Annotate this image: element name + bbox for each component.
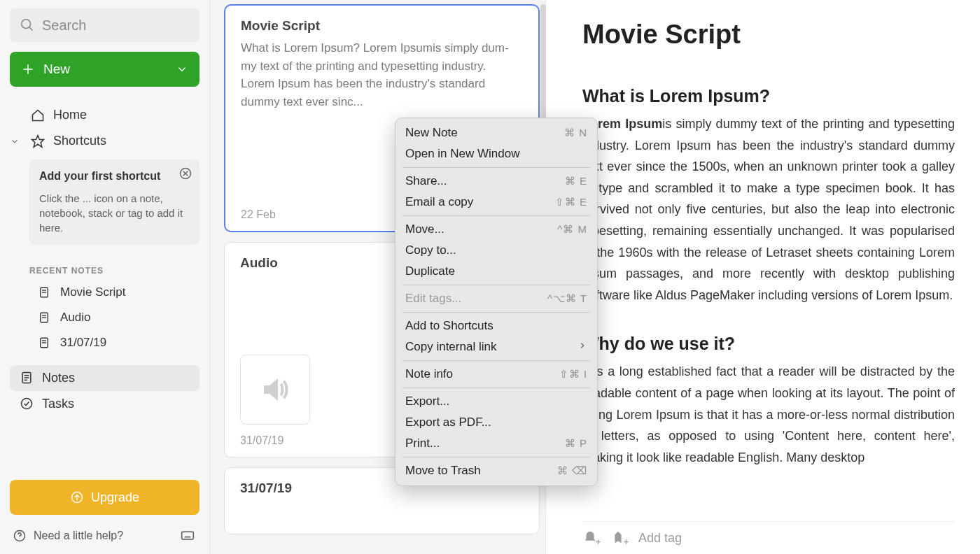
context-menu-item[interactable]: Add to Shortcuts: [396, 315, 597, 336]
context-menu-shortcut: ⌘ P: [565, 437, 587, 450]
recent-item[interactable]: Movie Script: [10, 280, 200, 305]
svg-line-1: [29, 27, 33, 31]
note-card-preview: What is Lorem Ipsum? Lorem Ipsumis simpl…: [241, 39, 523, 111]
note-title[interactable]: Movie Script: [582, 20, 955, 50]
keyboard-icon[interactable]: [178, 529, 197, 543]
note-icon: [38, 286, 50, 299]
star-icon: [31, 134, 45, 148]
context-menu-item[interactable]: Move...^⌘ M: [396, 219, 597, 240]
context-menu-item-label: Print...: [405, 436, 440, 450]
context-menu-item[interactable]: Export...: [396, 391, 597, 412]
upgrade-label: Upgrade: [91, 490, 139, 505]
context-menu-separator: [402, 285, 590, 285]
nav-home[interactable]: Home: [10, 102, 200, 128]
nav-shortcuts-label: Shortcuts: [53, 134, 106, 148]
context-menu-separator: [402, 360, 590, 361]
nav-shortcuts[interactable]: Shortcuts: [22, 128, 200, 154]
context-menu-item-label: Duplicate: [405, 264, 455, 278]
context-menu-item[interactable]: Copy to...: [396, 240, 597, 261]
context-menu-item[interactable]: Print...⌘ P: [396, 433, 597, 454]
context-menu-separator: [402, 215, 590, 216]
context-menu-shortcut: ^⌥⌘ T: [547, 292, 587, 305]
context-menu-item-label: Note info: [405, 367, 453, 381]
context-menu-item[interactable]: Open in New Window: [396, 143, 597, 164]
search-placeholder: Search: [42, 17, 86, 34]
search-input[interactable]: Search: [10, 8, 200, 42]
context-menu-item-label: Email a copy: [405, 195, 473, 209]
note-paragraph[interactable]: It is a long established fact that a rea…: [582, 361, 955, 468]
context-menu-separator: [402, 457, 590, 457]
context-menu-item-label: Copy internal link: [405, 340, 496, 354]
context-menu-item-label: Move...: [405, 222, 444, 236]
chevron-down-icon[interactable]: [176, 63, 188, 76]
context-menu-shortcut: ⌘ N: [564, 127, 587, 139]
new-button[interactable]: New: [10, 52, 200, 87]
note-heading[interactable]: What is Lorem Ipsum?: [582, 86, 955, 106]
editor: Movie Script What is Lorem Ipsum? Lorem …: [546, 0, 980, 554]
context-menu-item: Edit tags...^⌥⌘ T: [396, 288, 597, 309]
context-menu-item-label: Add to Shortcuts: [405, 319, 493, 333]
note-card-title: Movie Script: [241, 18, 523, 34]
note-icon: [38, 311, 50, 324]
add-tag-input[interactable]: Add tag: [638, 531, 682, 546]
help-icon: [13, 529, 27, 543]
upgrade-button[interactable]: Upgrade: [10, 480, 200, 515]
nav-tasks[interactable]: Tasks: [10, 391, 200, 417]
help-link[interactable]: Need a little help?: [13, 529, 123, 543]
context-menu-item[interactable]: New Note⌘ N: [396, 122, 597, 143]
recent-item-label: Audio: [60, 311, 90, 325]
recent-item-label: Movie Script: [60, 285, 126, 299]
svg-marker-4: [32, 135, 44, 147]
recent-item[interactable]: Audio: [10, 305, 200, 330]
plus-icon: [21, 62, 35, 76]
context-menu-shortcut: ⇧⌘ E: [555, 196, 587, 208]
nav-notes[interactable]: Notes: [10, 365, 200, 391]
context-menu-item-label: Move to Trash: [405, 464, 481, 478]
context-menu-item[interactable]: Export as PDF...: [396, 412, 597, 433]
context-menu-item[interactable]: Copy internal link: [396, 336, 597, 357]
svg-point-25: [20, 539, 20, 539]
help-label: Need a little help?: [34, 530, 123, 542]
note-paragraph[interactable]: Lorem Ipsumis simply dummy text of the p…: [582, 113, 955, 306]
context-menu-item-label: Export as PDF...: [405, 416, 491, 429]
upgrade-icon: [70, 490, 84, 504]
chevron-right-icon: [578, 340, 587, 354]
context-menu-shortcut: ^⌘ M: [557, 223, 587, 236]
shortcut-hint-body: Click the ... icon on a note, notebook, …: [39, 191, 190, 235]
context-menu: New Note⌘ NOpen in New WindowShare...⌘ E…: [395, 118, 598, 486]
context-menu-item[interactable]: Email a copy⇧⌘ E: [396, 192, 597, 213]
audio-thumbnail: [240, 355, 310, 425]
editor-footer: + + Add tag: [582, 521, 955, 554]
nav-notes-label: Notes: [42, 371, 75, 385]
recent-notes-header: RECENT NOTES: [10, 253, 200, 280]
context-menu-shortcut: ⇧⌘ I: [559, 368, 587, 381]
close-icon[interactable]: [178, 166, 192, 180]
context-menu-item-label: Export...: [405, 395, 449, 409]
note-heading[interactable]: Why do we use it?: [582, 334, 955, 354]
reminder-icon[interactable]: +: [582, 530, 598, 546]
new-button-label: New: [43, 62, 70, 77]
context-menu-item[interactable]: Move to Trash⌘ ⌫: [396, 460, 597, 481]
context-menu-item[interactable]: Duplicate: [396, 261, 597, 282]
shortcut-hint: Add your first shortcut Click the ... ic…: [29, 159, 200, 245]
context-menu-item[interactable]: Note info⇧⌘ I: [396, 364, 597, 385]
nav-home-label: Home: [53, 108, 87, 122]
tag-icon[interactable]: +: [610, 530, 626, 546]
recent-item[interactable]: 31/07/19: [10, 330, 200, 355]
sidebar: Search New Home: [0, 0, 210, 554]
nav-tasks-label: Tasks: [42, 397, 74, 411]
context-menu-item-label: Open in New Window: [405, 147, 519, 161]
context-menu-item-label: Copy to...: [405, 243, 456, 257]
svg-rect-26: [182, 532, 194, 539]
context-menu-item-label: Edit tags...: [405, 292, 461, 306]
recent-item-label: 31/07/19: [60, 336, 106, 350]
notes-icon: [20, 371, 34, 385]
context-menu-item[interactable]: Share...⌘ E: [396, 171, 597, 192]
chevron-down-icon[interactable]: [10, 136, 20, 146]
context-menu-separator: [402, 167, 590, 168]
home-icon: [31, 108, 45, 122]
svg-point-21: [22, 399, 32, 409]
context-menu-separator: [402, 388, 590, 388]
shortcut-hint-title: Add your first shortcut: [39, 169, 190, 184]
svg-point-0: [22, 20, 31, 29]
